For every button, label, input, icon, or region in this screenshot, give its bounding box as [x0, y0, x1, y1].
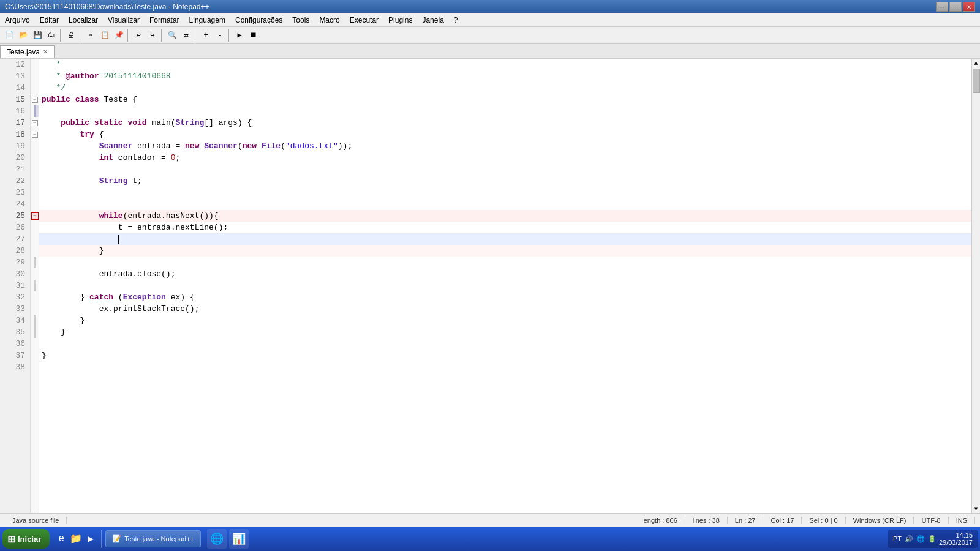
code-line-16[interactable]	[39, 105, 971, 117]
code-line-12[interactable]: *	[39, 59, 971, 70]
menu-arquivo[interactable]: Arquivo	[0, 15, 35, 26]
linenum-36: 36	[0, 338, 30, 350]
scrollbar-vertical[interactable]: ▲ ▼	[971, 59, 980, 513]
code-line-20[interactable]: int contador = 0;	[39, 152, 971, 163]
code-text: }	[42, 350, 47, 361]
code-line-37[interactable]: }	[39, 350, 971, 361]
code-line-38[interactable]	[39, 361, 971, 373]
linenum-30: 30	[0, 268, 30, 280]
code-text: (entrada.hasNext()){	[123, 210, 219, 222]
code-text3: (	[238, 140, 243, 152]
fold-25[interactable]: −	[31, 210, 39, 222]
linenum-19: 19	[0, 140, 30, 152]
new-button[interactable]: 📄	[2, 29, 16, 42]
menu-configuracoes[interactable]: Configurações	[230, 15, 287, 26]
fold-36	[31, 338, 39, 350]
code-line-15[interactable]: public class Teste {	[39, 94, 971, 105]
code-line-28[interactable]: }	[39, 245, 971, 257]
scrollbar-thumb[interactable]	[973, 69, 980, 93]
code-line-23[interactable]	[39, 187, 971, 198]
menu-plugins[interactable]: Plugins	[383, 15, 417, 26]
code-line-14[interactable]: */	[39, 82, 971, 94]
code-line-33[interactable]: ex.printStackTrace();	[39, 303, 971, 315]
menu-janela[interactable]: Janela	[417, 15, 448, 26]
code-line-19[interactable]: Scanner entrada = new Scanner(new File("…	[39, 140, 971, 152]
start-button[interactable]: ⊞ Iniciar	[2, 529, 50, 549]
lang-indicator: PT	[893, 535, 902, 542]
code-line-31[interactable]	[39, 280, 971, 291]
tab-teste-java[interactable]: Teste.java ✕	[0, 45, 55, 58]
copy-button[interactable]: 📋	[98, 29, 111, 42]
undo-button[interactable]: ↩	[132, 29, 145, 42]
code-line-21[interactable]	[39, 163, 971, 175]
fold-21	[31, 163, 39, 175]
tab-close-icon[interactable]: ✕	[43, 48, 48, 55]
code-line-25[interactable]: while(entrada.hasNext()){	[39, 210, 971, 222]
print-button[interactable]: 🖨	[64, 29, 78, 42]
scroll-down-btn[interactable]: ▼	[972, 504, 980, 513]
code-editor[interactable]: * * @author 20151114010668 */ public cla…	[39, 59, 971, 513]
menu-editar[interactable]: Editar	[35, 15, 64, 26]
save-button[interactable]: 💾	[31, 29, 44, 42]
fold-15[interactable]: −	[31, 94, 39, 105]
volume-icon[interactable]: 🔊	[905, 535, 913, 543]
code-line-17[interactable]: public static void main(String[] args) {	[39, 117, 971, 129]
minimize-button[interactable]: ─	[936, 2, 948, 12]
save-all-button[interactable]: 🗂	[45, 29, 58, 42]
close-button[interactable]: ✕	[963, 2, 975, 12]
code-text2: Teste {	[99, 94, 137, 105]
code-line-32[interactable]: } catch (Exception ex) {	[39, 291, 971, 303]
fold-17[interactable]: −	[31, 117, 39, 129]
zoom-in-button[interactable]: +	[199, 29, 213, 42]
linenum-23: 23	[0, 187, 30, 198]
code-line-35[interactable]: }	[39, 326, 971, 338]
start-label: Iniciar	[18, 534, 41, 544]
code-text6: ));	[338, 140, 352, 152]
replace-button[interactable]: ⇄	[179, 29, 193, 42]
code-line-36[interactable]	[39, 338, 971, 350]
battery-icon[interactable]: 🔋	[928, 535, 937, 543]
open-button[interactable]: 📂	[17, 29, 30, 42]
menu-formatar[interactable]: Formatar	[145, 15, 184, 26]
redo-button[interactable]: ↪	[146, 29, 159, 42]
media-icon[interactable]: ▶	[84, 532, 97, 545]
menu-localizar[interactable]: Localizar	[64, 15, 103, 26]
code-line-29[interactable]	[39, 257, 971, 268]
run-button[interactable]: ▶	[233, 29, 246, 42]
ie-icon[interactable]: e	[55, 532, 68, 545]
menu-executar[interactable]: Executar	[345, 15, 383, 26]
scroll-up-btn[interactable]: ▲	[972, 59, 980, 67]
menu-tools[interactable]: Tools	[287, 15, 314, 26]
code-line-13[interactable]: * @author 20151114010668	[39, 70, 971, 82]
fold-16	[34, 105, 39, 117]
menu-macro[interactable]: Macro	[314, 15, 344, 26]
menu-visualizar[interactable]: Visualizar	[103, 15, 145, 26]
menu-help[interactable]: ?	[449, 15, 463, 26]
paste-button[interactable]: 📌	[112, 29, 126, 42]
code-line-22[interactable]: String t;	[39, 175, 971, 187]
maximize-button[interactable]: □	[949, 2, 962, 12]
clock[interactable]: 14:15 29/03/2017	[939, 531, 973, 546]
stop-button[interactable]: ⏹	[247, 29, 260, 42]
fold-18[interactable]: −	[31, 129, 39, 140]
code-line-34[interactable]: }	[39, 315, 971, 326]
code-line-26[interactable]: t = entrada.nextLine();	[39, 222, 971, 233]
menu-linguagem[interactable]: Linguagem	[184, 15, 230, 26]
explorer-icon[interactable]: 📁	[69, 532, 83, 545]
taskbar-notepadpp[interactable]: 📝 Teste.java - Notepad++	[105, 530, 201, 547]
fold-37	[31, 350, 39, 361]
status-right: length : 806 lines : 38 Ln : 27 Col : 17…	[635, 517, 975, 524]
code-line-18[interactable]: try {	[39, 129, 971, 140]
chrome-icon[interactable]: 🌐	[207, 529, 227, 549]
code-line-24[interactable]	[39, 198, 971, 210]
find-button[interactable]: 🔍	[165, 29, 179, 42]
app-icon[interactable]: 📊	[229, 529, 249, 549]
cut-button[interactable]: ✂	[84, 29, 97, 42]
code-indent	[42, 222, 118, 233]
zoom-out-button[interactable]: -	[213, 29, 227, 42]
code-line-30[interactable]: entrada.close();	[39, 268, 971, 280]
fold-29	[34, 257, 39, 268]
code-line-27[interactable]	[39, 233, 971, 245]
fold-30	[31, 268, 39, 280]
network-icon[interactable]: 🌐	[916, 535, 925, 543]
